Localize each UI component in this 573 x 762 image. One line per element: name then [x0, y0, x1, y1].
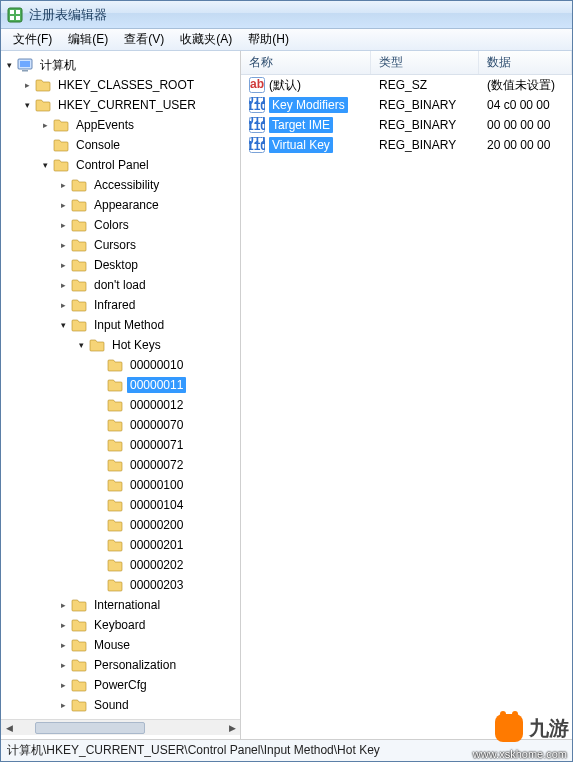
menubar: 文件(F) 编辑(E) 查看(V) 收藏夹(A) 帮助(H): [1, 29, 572, 51]
tree-item[interactable]: ▸Personalization: [3, 655, 240, 675]
tree-item-label: 00000070: [127, 417, 186, 433]
col-type[interactable]: 类型: [371, 51, 479, 74]
tree-item-label: 00000200: [127, 517, 186, 533]
binary-value-icon: [249, 137, 265, 153]
tree-item[interactable]: 00000012: [3, 395, 240, 415]
expand-icon[interactable]: ▸: [21, 79, 33, 91]
value-data: (数值未设置): [479, 77, 572, 94]
tree-item[interactable]: ▸Mouse: [3, 635, 240, 655]
tree-item-label: 00000104: [127, 497, 186, 513]
tree-hscrollbar[interactable]: ◀ ▶: [1, 719, 240, 735]
titlebar[interactable]: 注册表编辑器: [1, 1, 572, 29]
tree-item[interactable]: ▸Colors: [3, 215, 240, 235]
expand-icon[interactable]: ▸: [39, 119, 51, 131]
expand-icon[interactable]: ▸: [57, 679, 69, 691]
folder-icon: [71, 657, 87, 673]
tree-item[interactable]: ▸AppEvents: [3, 115, 240, 135]
col-data[interactable]: 数据: [479, 51, 572, 74]
collapse-icon[interactable]: ▾: [75, 339, 87, 351]
tree-item-label: Appearance: [91, 197, 162, 213]
tree-item[interactable]: ▾Hot Keys: [3, 335, 240, 355]
menu-file[interactable]: 文件(F): [5, 29, 60, 50]
tree-item[interactable]: 00000070: [3, 415, 240, 435]
expand-icon[interactable]: ▸: [57, 639, 69, 651]
tree-item[interactable]: 00000071: [3, 435, 240, 455]
tree-item[interactable]: 00000203: [3, 575, 240, 595]
tree-item[interactable]: 00000202: [3, 555, 240, 575]
menu-favorites[interactable]: 收藏夹(A): [172, 29, 240, 50]
tree-item[interactable]: 00000201: [3, 535, 240, 555]
tree-item[interactable]: 00000100: [3, 475, 240, 495]
folder-icon: [107, 577, 123, 593]
tree-item-label: Sound: [91, 697, 132, 713]
value-row[interactable]: Virtual KeyREG_BINARY20 00 00 00: [241, 135, 572, 155]
tree-item[interactable]: ▾Input Method: [3, 315, 240, 335]
tree-item[interactable]: ▾HKEY_CURRENT_USER: [3, 95, 240, 115]
tree-item-label: 计算机: [37, 56, 79, 75]
folder-icon: [35, 97, 51, 113]
folder-icon: [71, 637, 87, 653]
tree-item[interactable]: ▸Sound: [3, 695, 240, 715]
tree-item[interactable]: ▸International: [3, 595, 240, 615]
folder-icon: [71, 697, 87, 713]
tree-item[interactable]: 00000200: [3, 515, 240, 535]
expand-icon[interactable]: ▸: [57, 219, 69, 231]
value-row[interactable]: Target IMEREG_BINARY00 00 00 00: [241, 115, 572, 135]
tree-item[interactable]: ▸Keyboard: [3, 615, 240, 635]
tree-item[interactable]: ▸Desktop: [3, 255, 240, 275]
scroll-left-icon[interactable]: ◀: [1, 721, 17, 735]
tree-item-label: Cursors: [91, 237, 139, 253]
folder-icon: [107, 437, 123, 453]
tree-item[interactable]: ▸Appearance: [3, 195, 240, 215]
folder-icon: [107, 537, 123, 553]
expand-icon[interactable]: ▸: [57, 259, 69, 271]
collapse-icon[interactable]: ▾: [39, 159, 51, 171]
tree-item-label: Control Panel: [73, 157, 152, 173]
tree-item[interactable]: ▾计算机: [3, 55, 240, 75]
tree-item-label: 00000202: [127, 557, 186, 573]
tree-item[interactable]: ▸HKEY_CLASSES_ROOT: [3, 75, 240, 95]
tree-item[interactable]: Console: [3, 135, 240, 155]
tree-item-label: PowerCfg: [91, 677, 150, 693]
expand-icon[interactable]: ▸: [57, 619, 69, 631]
regedit-window: 注册表编辑器 文件(F) 编辑(E) 查看(V) 收藏夹(A) 帮助(H) ▾计…: [0, 0, 573, 762]
tree-item[interactable]: ▸Cursors: [3, 235, 240, 255]
tree-item[interactable]: ▸Infrared: [3, 295, 240, 315]
tree-item[interactable]: ▾Control Panel: [3, 155, 240, 175]
menu-view[interactable]: 查看(V): [116, 29, 172, 50]
expand-icon[interactable]: ▸: [57, 299, 69, 311]
tree-item-label: 00000010: [127, 357, 186, 373]
tree-pane[interactable]: ▾计算机▸HKEY_CLASSES_ROOT▾HKEY_CURRENT_USER…: [1, 51, 241, 739]
scroll-thumb[interactable]: [35, 722, 145, 734]
value-row[interactable]: (默认)REG_SZ(数值未设置): [241, 75, 572, 95]
value-data: 04 c0 00 00: [479, 98, 572, 112]
expand-icon[interactable]: ▸: [57, 179, 69, 191]
expand-icon[interactable]: ▸: [57, 599, 69, 611]
tree-item-label: 00000100: [127, 477, 186, 493]
tree-item[interactable]: 00000104: [3, 495, 240, 515]
tree-item[interactable]: 00000011: [3, 375, 240, 395]
folder-icon: [107, 497, 123, 513]
collapse-icon[interactable]: ▾: [57, 319, 69, 331]
expand-icon[interactable]: ▸: [57, 239, 69, 251]
value-row[interactable]: Key ModifiersREG_BINARY04 c0 00 00: [241, 95, 572, 115]
col-name[interactable]: 名称: [241, 51, 371, 74]
tree-item[interactable]: ▸don't load: [3, 275, 240, 295]
column-headers[interactable]: 名称 类型 数据: [241, 51, 572, 75]
tree-item[interactable]: ▸Accessibility: [3, 175, 240, 195]
tree-item-label: Input Method: [91, 317, 167, 333]
expand-icon[interactable]: ▸: [57, 279, 69, 291]
expand-icon[interactable]: ▸: [57, 659, 69, 671]
menu-edit[interactable]: 编辑(E): [60, 29, 116, 50]
tree-item[interactable]: 00000010: [3, 355, 240, 375]
tree-item-label: International: [91, 597, 163, 613]
tree-item[interactable]: 00000072: [3, 455, 240, 475]
menu-help[interactable]: 帮助(H): [240, 29, 297, 50]
expand-icon[interactable]: ▸: [57, 199, 69, 211]
expand-icon[interactable]: ▸: [57, 699, 69, 711]
window-title: 注册表编辑器: [29, 6, 107, 24]
collapse-icon[interactable]: ▾: [21, 99, 33, 111]
tree-item[interactable]: ▸PowerCfg: [3, 675, 240, 695]
scroll-right-icon[interactable]: ▶: [224, 721, 240, 735]
collapse-icon[interactable]: ▾: [3, 59, 15, 71]
